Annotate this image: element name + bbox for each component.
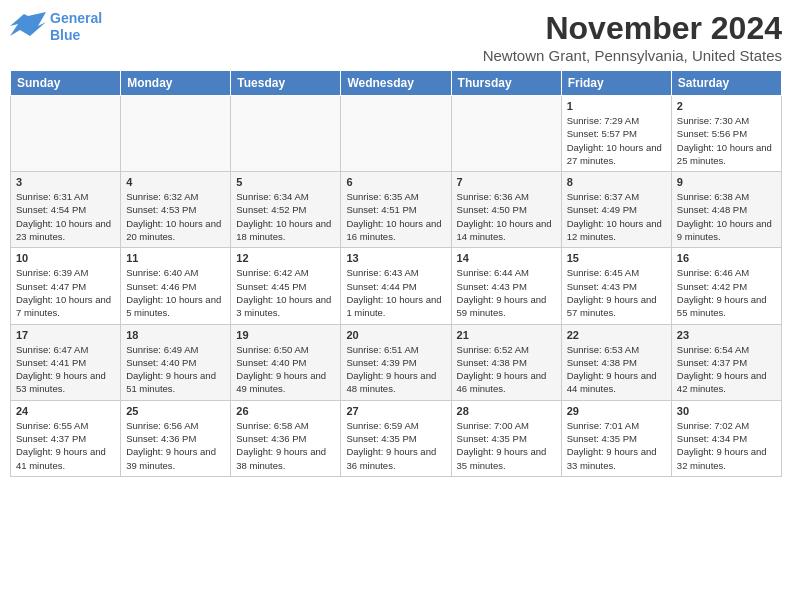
day-info: Sunrise: 6:34 AM Sunset: 4:52 PM Dayligh… (236, 190, 335, 243)
calendar-day-cell: 3Sunrise: 6:31 AM Sunset: 4:54 PM Daylig… (11, 172, 121, 248)
day-number: 17 (16, 329, 115, 341)
day-number: 16 (677, 252, 776, 264)
calendar-week-row: 10Sunrise: 6:39 AM Sunset: 4:47 PM Dayli… (11, 248, 782, 324)
calendar-day-cell: 17Sunrise: 6:47 AM Sunset: 4:41 PM Dayli… (11, 324, 121, 400)
month-title: November 2024 (483, 10, 782, 47)
day-number: 11 (126, 252, 225, 264)
day-number: 6 (346, 176, 445, 188)
calendar-day-cell: 27Sunrise: 6:59 AM Sunset: 4:35 PM Dayli… (341, 400, 451, 476)
day-info: Sunrise: 6:50 AM Sunset: 4:40 PM Dayligh… (236, 343, 335, 396)
calendar-week-row: 1Sunrise: 7:29 AM Sunset: 5:57 PM Daylig… (11, 96, 782, 172)
day-info: Sunrise: 6:54 AM Sunset: 4:37 PM Dayligh… (677, 343, 776, 396)
day-number: 9 (677, 176, 776, 188)
logo-line2: Blue (50, 27, 80, 43)
calendar-day-cell: 26Sunrise: 6:58 AM Sunset: 4:36 PM Dayli… (231, 400, 341, 476)
calendar-day-cell: 5Sunrise: 6:34 AM Sunset: 4:52 PM Daylig… (231, 172, 341, 248)
day-number: 30 (677, 405, 776, 417)
calendar-day-cell: 4Sunrise: 6:32 AM Sunset: 4:53 PM Daylig… (121, 172, 231, 248)
day-number: 8 (567, 176, 666, 188)
day-number: 21 (457, 329, 556, 341)
day-of-week-header: Sunday (11, 71, 121, 96)
day-number: 7 (457, 176, 556, 188)
calendar-day-cell (231, 96, 341, 172)
day-number: 14 (457, 252, 556, 264)
day-of-week-header: Friday (561, 71, 671, 96)
day-number: 13 (346, 252, 445, 264)
day-info: Sunrise: 6:45 AM Sunset: 4:43 PM Dayligh… (567, 266, 666, 319)
day-info: Sunrise: 6:46 AM Sunset: 4:42 PM Dayligh… (677, 266, 776, 319)
calendar-day-cell: 23Sunrise: 6:54 AM Sunset: 4:37 PM Dayli… (671, 324, 781, 400)
calendar-day-cell: 6Sunrise: 6:35 AM Sunset: 4:51 PM Daylig… (341, 172, 451, 248)
calendar-day-cell: 7Sunrise: 6:36 AM Sunset: 4:50 PM Daylig… (451, 172, 561, 248)
day-number: 10 (16, 252, 115, 264)
day-info: Sunrise: 6:56 AM Sunset: 4:36 PM Dayligh… (126, 419, 225, 472)
calendar-week-row: 24Sunrise: 6:55 AM Sunset: 4:37 PM Dayli… (11, 400, 782, 476)
day-info: Sunrise: 6:44 AM Sunset: 4:43 PM Dayligh… (457, 266, 556, 319)
calendar-day-cell: 29Sunrise: 7:01 AM Sunset: 4:35 PM Dayli… (561, 400, 671, 476)
calendar-day-cell: 18Sunrise: 6:49 AM Sunset: 4:40 PM Dayli… (121, 324, 231, 400)
calendar-week-row: 17Sunrise: 6:47 AM Sunset: 4:41 PM Dayli… (11, 324, 782, 400)
calendar-day-cell: 11Sunrise: 6:40 AM Sunset: 4:46 PM Dayli… (121, 248, 231, 324)
calendar-day-cell: 24Sunrise: 6:55 AM Sunset: 4:37 PM Dayli… (11, 400, 121, 476)
calendar-week-row: 3Sunrise: 6:31 AM Sunset: 4:54 PM Daylig… (11, 172, 782, 248)
day-number: 3 (16, 176, 115, 188)
calendar-day-cell: 16Sunrise: 6:46 AM Sunset: 4:42 PM Dayli… (671, 248, 781, 324)
day-of-week-header: Wednesday (341, 71, 451, 96)
day-number: 25 (126, 405, 225, 417)
calendar-day-cell: 14Sunrise: 6:44 AM Sunset: 4:43 PM Dayli… (451, 248, 561, 324)
location-title: Newtown Grant, Pennsylvania, United Stat… (483, 47, 782, 64)
day-of-week-header: Thursday (451, 71, 561, 96)
day-info: Sunrise: 6:58 AM Sunset: 4:36 PM Dayligh… (236, 419, 335, 472)
logo-line1: General (50, 10, 102, 26)
day-number: 2 (677, 100, 776, 112)
day-info: Sunrise: 6:53 AM Sunset: 4:38 PM Dayligh… (567, 343, 666, 396)
day-number: 29 (567, 405, 666, 417)
calendar-day-cell: 19Sunrise: 6:50 AM Sunset: 4:40 PM Dayli… (231, 324, 341, 400)
day-info: Sunrise: 6:38 AM Sunset: 4:48 PM Dayligh… (677, 190, 776, 243)
day-info: Sunrise: 6:35 AM Sunset: 4:51 PM Dayligh… (346, 190, 445, 243)
day-info: Sunrise: 6:40 AM Sunset: 4:46 PM Dayligh… (126, 266, 225, 319)
calendar-day-cell (121, 96, 231, 172)
day-info: Sunrise: 6:37 AM Sunset: 4:49 PM Dayligh… (567, 190, 666, 243)
logo-text: General Blue (50, 10, 102, 44)
page-header: General Blue November 2024 Newtown Grant… (10, 10, 782, 64)
day-info: Sunrise: 7:01 AM Sunset: 4:35 PM Dayligh… (567, 419, 666, 472)
logo-icon (10, 12, 46, 42)
day-number: 28 (457, 405, 556, 417)
day-number: 19 (236, 329, 335, 341)
calendar-day-cell: 15Sunrise: 6:45 AM Sunset: 4:43 PM Dayli… (561, 248, 671, 324)
calendar-day-cell: 1Sunrise: 7:29 AM Sunset: 5:57 PM Daylig… (561, 96, 671, 172)
day-number: 12 (236, 252, 335, 264)
logo: General Blue (10, 10, 102, 44)
day-info: Sunrise: 6:47 AM Sunset: 4:41 PM Dayligh… (16, 343, 115, 396)
day-of-week-header: Saturday (671, 71, 781, 96)
day-info: Sunrise: 6:49 AM Sunset: 4:40 PM Dayligh… (126, 343, 225, 396)
day-info: Sunrise: 6:42 AM Sunset: 4:45 PM Dayligh… (236, 266, 335, 319)
day-number: 18 (126, 329, 225, 341)
day-of-week-header: Tuesday (231, 71, 341, 96)
day-number: 20 (346, 329, 445, 341)
calendar-day-cell: 12Sunrise: 6:42 AM Sunset: 4:45 PM Dayli… (231, 248, 341, 324)
day-number: 4 (126, 176, 225, 188)
day-info: Sunrise: 6:59 AM Sunset: 4:35 PM Dayligh… (346, 419, 445, 472)
day-info: Sunrise: 6:51 AM Sunset: 4:39 PM Dayligh… (346, 343, 445, 396)
calendar-day-cell: 9Sunrise: 6:38 AM Sunset: 4:48 PM Daylig… (671, 172, 781, 248)
calendar-day-cell: 10Sunrise: 6:39 AM Sunset: 4:47 PM Dayli… (11, 248, 121, 324)
calendar-day-cell: 30Sunrise: 7:02 AM Sunset: 4:34 PM Dayli… (671, 400, 781, 476)
day-info: Sunrise: 6:32 AM Sunset: 4:53 PM Dayligh… (126, 190, 225, 243)
day-info: Sunrise: 7:02 AM Sunset: 4:34 PM Dayligh… (677, 419, 776, 472)
day-number: 24 (16, 405, 115, 417)
calendar-table: SundayMondayTuesdayWednesdayThursdayFrid… (10, 70, 782, 477)
calendar-day-cell: 28Sunrise: 7:00 AM Sunset: 4:35 PM Dayli… (451, 400, 561, 476)
day-number: 15 (567, 252, 666, 264)
svg-marker-0 (10, 12, 46, 36)
day-number: 1 (567, 100, 666, 112)
day-info: Sunrise: 6:31 AM Sunset: 4:54 PM Dayligh… (16, 190, 115, 243)
day-info: Sunrise: 6:55 AM Sunset: 4:37 PM Dayligh… (16, 419, 115, 472)
calendar-day-cell: 25Sunrise: 6:56 AM Sunset: 4:36 PM Dayli… (121, 400, 231, 476)
day-info: Sunrise: 6:36 AM Sunset: 4:50 PM Dayligh… (457, 190, 556, 243)
day-info: Sunrise: 7:30 AM Sunset: 5:56 PM Dayligh… (677, 114, 776, 167)
calendar-day-cell (451, 96, 561, 172)
calendar-day-cell (341, 96, 451, 172)
day-number: 26 (236, 405, 335, 417)
